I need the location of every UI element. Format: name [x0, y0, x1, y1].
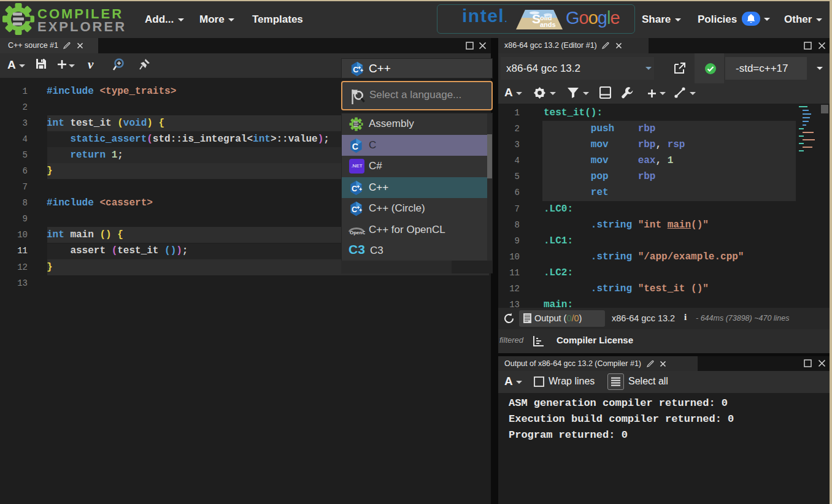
svg-text:ands: ands	[540, 21, 556, 28]
svg-text:S: S	[532, 12, 541, 26]
svg-text:C: C	[353, 66, 358, 74]
svg-text:OpenCL: OpenCL	[350, 230, 365, 235]
svg-text:C: C	[352, 141, 358, 151]
svg-text:C: C	[352, 184, 357, 193]
svg-text:C: C	[352, 205, 357, 214]
